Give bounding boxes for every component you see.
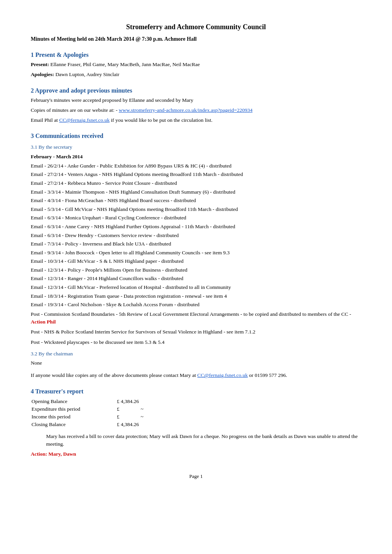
minutes-text2: Copies of minutes are on our website at:… [31,106,361,114]
apologies-line: Apologies: Dawn Lupton, Audrey Sinclair [31,71,361,78]
period-heading: February - March 2014 [31,153,361,161]
section-2-heading: 2 Approve and adopt previous minutes [31,87,361,94]
contact-text-start: If anyone would like copies any of the a… [31,372,197,378]
present-line: Present: Ellanne Fraser, Phil Game, Mary… [31,61,361,68]
minutes-website-prefix: Copies of minutes are on our website at:… [31,107,119,113]
section-1: 1 Present & Apologies Present: Ellanne F… [31,51,361,79]
treasurer-currency: £ 4,384.26 [117,398,140,405]
contact-email-link[interactable]: CC@fernaig.fsnet.co.uk [197,372,247,378]
list-item: Email - 5/3/14 - Gill McVicar - NHS High… [31,205,361,214]
list-item: Email - 26/2/14 - Anke Gunder - Public E… [31,162,361,170]
treasurer-table: Opening Balance £ 4,384.26 Expenditure t… [31,397,172,429]
section-2: 2 Approve and adopt previous minutes Feb… [31,87,361,124]
treasurer-label: Income this period [32,413,116,420]
list-item: Email - 6/3/14 - Monica Urquhart - Rural… [31,214,361,222]
list-item: Email - 12/3/14 - Policy - People's Mill… [31,266,361,274]
list-item: Email - 12/3/14 - Ranger - 2014 Highland… [31,274,361,283]
list-item: Email - 27/2/14 - Venters Angus - NHS Hi… [31,170,361,179]
minutes-email-link[interactable]: CC@fernaig.fsnet.co.uk [59,117,110,123]
treasurer-currency: £ [117,406,140,413]
treasurer-value: ~ [141,413,171,420]
table-row: Opening Balance £ 4,384.26 [32,398,171,405]
minutes-text1: February's minutes were accepted propose… [31,96,361,104]
page-number: Page 1 [189,473,203,479]
minutes-email-prefix: Email Phil at [31,117,59,123]
action-phil-text: Action Phil [31,319,56,325]
list-item: Email - 7/3/14 - Policy - Inverness and … [31,240,361,248]
contact-text-end: or 01599 577 296. [248,372,287,378]
post1-text: Post - Commission Scotland Boundaries - … [31,310,361,326]
present-text: Ellanne Fraser, Phil Game, Mary MacBeth,… [49,61,200,67]
treasurer-label: Opening Balance [32,398,116,405]
table-row: Expenditure this period £ ~ [32,406,171,413]
list-item: Email - 27/2/14 - Rebbeca Munro - Servic… [31,179,361,187]
page-footer: Page 1 [31,473,361,479]
section-1-heading: 1 Present & Apologies [31,51,361,58]
list-item: Email - 6/3/14 - Drew Hendry - Customers… [31,231,361,240]
section-3: 3 Communications received 3.1 By the sec… [31,133,361,379]
post1-start: Post - Commission Scotland Boundaries - … [31,311,351,317]
treasurer-label: Expenditure this period [32,406,116,413]
list-item: Email - 10/3/14 - Gill McVicar - S & L N… [31,257,361,265]
minutes-email-suffix: if you would like to be put on the circu… [110,117,213,123]
list-item: Email - 4/3/14 - Fiona McGeachan - NHS H… [31,196,361,205]
treasurer-label: Closing Balance [32,421,116,428]
list-item: Email - 19/3/14 - Carol Nicholson - Skye… [31,300,361,309]
table-row: Income this period £ ~ [32,413,171,420]
section-4-heading: 4 Treasurer's report [31,388,361,395]
table-row: Closing Balance £ 4,384.26 [32,421,171,428]
document-title: Stromeferry and Achmore Community Counci… [31,23,361,31]
treasurer-value [141,398,171,405]
post2-text: Post - NHS & Police Scotland Interim Ser… [31,328,361,336]
post3-text: Post - Wicksteed playscapes - to be disc… [31,338,361,346]
contact-line: If anyone would like copies any of the a… [31,372,361,379]
minutes-email-line: Email Phil at CC@fernaig.fsnet.co.uk if … [31,116,361,124]
treasurer-currency: £ [117,413,140,420]
subsection-32-heading: 3.2 By the chairman [31,350,361,358]
list-item: Email - 6/3/14 - Anne Carey - NHS Highla… [31,222,361,231]
meeting-subtitle: Minutes of Meeting held on 24th March 20… [31,35,361,43]
list-item: Email - 18/3/14 - Registration Team queu… [31,292,361,300]
list-item: Email - 3/3/14 - Maimie Thompson - NHS H… [31,188,361,196]
treasurer-value [141,421,171,428]
treasurer-action: Action: Mary, Dawn [31,450,361,458]
present-label: Present: [31,61,49,67]
treasurer-value: ~ [141,406,171,413]
treasurer-note: Mary has received a bill to cover data p… [31,433,361,448]
subsection-31-heading: 3.1 By the secretary [31,143,361,151]
email-list: Email - 26/2/14 - Anke Gunder - Public E… [31,162,361,309]
apologies-label: Apologies: [31,71,54,77]
section-4: 4 Treasurer's report Opening Balance £ 4… [31,388,361,458]
apologies-text: Dawn Lupton, Audrey Sinclair [54,71,120,77]
minutes-website-link[interactable]: www.stromeferry-and-achmore.co.uk/index.… [119,107,252,113]
section3-none: None [31,359,361,367]
list-item: Email - 12/3/14 - Gill McVicar - Preferr… [31,283,361,292]
list-item: Email - 9/3/14 - John Boocock - Open let… [31,249,361,257]
section-3-heading: 3 Communications received [31,133,361,139]
treasurer-currency: £ 4,384.26 [117,421,140,428]
